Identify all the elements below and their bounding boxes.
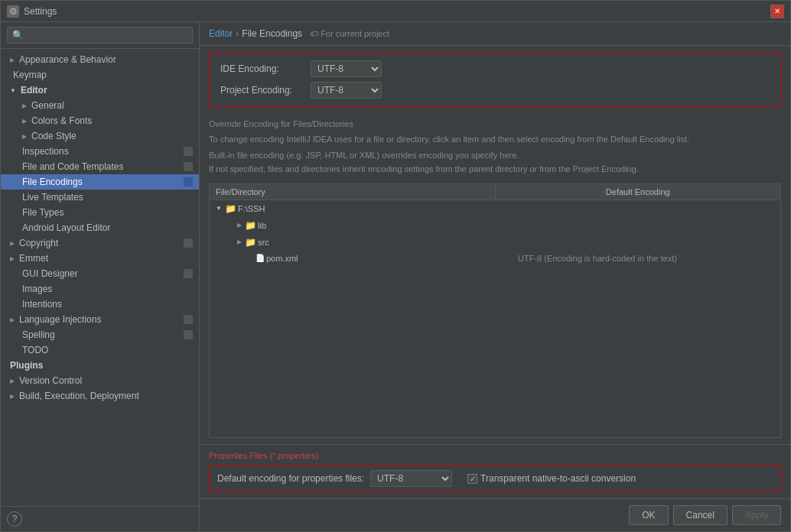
expand-icon: ▶ xyxy=(10,378,15,384)
sidebar-item-label: Live Templates xyxy=(22,192,83,203)
sidebar-item-images[interactable]: Images xyxy=(1,281,199,297)
col-default-encoding: Default Encoding xyxy=(496,184,781,200)
settings-icon xyxy=(184,177,193,187)
sidebar-item-label: General xyxy=(31,100,64,111)
search-input[interactable] xyxy=(7,27,193,44)
expand-icon: ▼ xyxy=(216,205,222,212)
bottom-buttons: OK Cancel Apply xyxy=(200,498,790,531)
col-file-directory: File/Directory xyxy=(210,184,496,200)
sidebar-item-code-style[interactable]: ▶ Code Style xyxy=(1,128,199,144)
file-name: F:\SSH xyxy=(238,204,265,213)
sidebar-item-label: Spelling xyxy=(22,329,55,340)
sidebar-item-editor[interactable]: ▼ Editor xyxy=(1,83,199,98)
table-row[interactable]: ▼ 📁 F:\SSH xyxy=(210,200,780,217)
sidebar-item-file-encodings[interactable]: File Encodings xyxy=(1,174,199,190)
sidebar-item-label: Keymap xyxy=(13,70,47,80)
checkbox-label: Transparent native-to-ascii conversion xyxy=(480,473,636,484)
ide-encoding-select[interactable]: UTF-8 UTF-16 ISO-8859-1 xyxy=(311,60,382,77)
main-content: ▶ Appearance & Behavior Keymap ▼ Editor … xyxy=(1,22,790,531)
sidebar: ▶ Appearance & Behavior Keymap ▼ Editor … xyxy=(1,22,200,531)
sidebar-item-appearance-behavior[interactable]: ▶ Appearance & Behavior xyxy=(1,52,199,67)
breadcrumb-editor[interactable]: Editor xyxy=(209,28,233,39)
settings-icon xyxy=(184,238,193,248)
sidebar-item-copyright[interactable]: ▶ Copyright xyxy=(1,235,199,251)
sidebar-bottom: ? xyxy=(1,506,199,531)
sidebar-item-label: Colors & Fonts xyxy=(31,115,92,126)
table-row[interactable]: ▶ 📁 src xyxy=(219,234,780,251)
folder-icon: 📁 xyxy=(225,203,236,214)
sidebar-item-label: Language Injections xyxy=(19,314,101,325)
properties-inner: Default encoding for properties files: U… xyxy=(209,465,781,492)
file-path-col: ▶ 📁 lib xyxy=(234,219,506,232)
ide-encoding-row: IDE Encoding: UTF-8 UTF-16 ISO-8859-1 xyxy=(220,60,770,77)
sidebar-item-label: File Encodings xyxy=(22,177,83,187)
folder-icon: 📁 xyxy=(245,237,256,248)
sidebar-item-general[interactable]: ▶ General xyxy=(1,98,199,113)
sidebar-item-todo[interactable]: TODO xyxy=(1,342,199,358)
expand-icon: ▶ xyxy=(10,240,15,247)
settings-icon xyxy=(184,269,193,278)
sidebar-item-label: GUI Designer xyxy=(22,268,78,279)
sidebar-item-live-templates[interactable]: Live Templates xyxy=(1,190,199,205)
table-row[interactable]: 📄 pom.xml UTF-8 (Encoding is hard-coded … xyxy=(228,251,780,266)
sidebar-item-colors-fonts[interactable]: ▶ Colors & Fonts xyxy=(1,113,199,128)
encoding-section: IDE Encoding: UTF-8 UTF-16 ISO-8859-1 Pr… xyxy=(209,52,781,107)
titlebar-title: ⚙ Settings xyxy=(7,5,57,18)
project-encoding-label: Project Encoding: xyxy=(220,85,304,96)
sidebar-item-label: TODO xyxy=(22,345,48,355)
sidebar-item-file-code-templates[interactable]: File and Code Templates xyxy=(1,159,199,174)
ok-button[interactable]: OK xyxy=(629,505,668,525)
sidebar-item-language-injections[interactable]: ▶ Language Injections xyxy=(1,312,199,327)
settings-icon xyxy=(184,315,193,324)
window-title: Settings xyxy=(24,6,57,17)
sidebar-item-gui-designer[interactable]: GUI Designer xyxy=(1,266,199,281)
project-encoding-select[interactable]: UTF-8 UTF-16 ISO-8859-1 xyxy=(311,82,382,99)
settings-window: ⚙ Settings ✕ ▶ Appearance & Behavior Key… xyxy=(0,0,791,532)
table-row[interactable]: ▶ 📁 lib xyxy=(219,217,780,234)
sidebar-item-build-execution-deployment[interactable]: ▶ Build, Execution, Deployment xyxy=(1,388,199,404)
expand-icon: ▶ xyxy=(22,102,27,109)
expand-icon: ▶ xyxy=(10,316,15,323)
sidebar-item-label: Build, Execution, Deployment xyxy=(19,391,139,401)
sidebar-item-android-layout-editor[interactable]: Android Layout Editor xyxy=(1,220,199,235)
close-button[interactable]: ✕ xyxy=(770,5,784,18)
override-desc1: To change encoding IntelliJ IDEA uses fo… xyxy=(209,133,781,176)
sidebar-item-version-control[interactable]: ▶ Version Control xyxy=(1,373,199,388)
sidebar-item-label: Android Layout Editor xyxy=(22,222,110,233)
sidebar-item-file-types[interactable]: File Types xyxy=(1,205,199,220)
encoding-col xyxy=(495,207,777,210)
sidebar-item-spelling[interactable]: Spelling xyxy=(1,327,199,342)
sidebar-item-label: Images xyxy=(22,284,52,294)
checkbox-area: Transparent native-to-ascii conversion xyxy=(467,473,636,484)
sidebar-item-keymap[interactable]: Keymap xyxy=(1,67,199,83)
sidebar-item-emmet[interactable]: ▶ Emmet xyxy=(1,251,199,266)
titlebar: ⚙ Settings ✕ xyxy=(1,1,790,22)
file-table-header: File/Directory Default Encoding xyxy=(210,184,780,200)
folder-icon: 📁 xyxy=(245,220,256,231)
settings-icon xyxy=(184,162,193,171)
sidebar-item-label: Appearance & Behavior xyxy=(19,54,116,65)
encoding-col xyxy=(506,224,777,227)
sidebar-item-label: Copyright xyxy=(19,238,58,248)
expand-icon: ▶ xyxy=(10,393,15,400)
help-button[interactable]: ? xyxy=(7,511,22,527)
cancel-button[interactable]: Cancel xyxy=(673,505,728,525)
sidebar-item-label: Version Control xyxy=(19,375,82,386)
breadcrumb-tag: 🏷 For current project xyxy=(310,29,389,38)
apply-button[interactable]: Apply xyxy=(732,505,781,525)
sidebar-item-label: File Types xyxy=(22,207,63,218)
expand-icon: ▶ xyxy=(237,238,242,245)
sidebar-item-inspections[interactable]: Inspections xyxy=(1,144,199,159)
file-name: lib xyxy=(258,221,266,230)
project-encoding-row: Project Encoding: UTF-8 UTF-16 ISO-8859-… xyxy=(220,82,770,99)
file-path-col: ▶ 📁 src xyxy=(234,235,506,249)
sidebar-item-plugins[interactable]: Plugins xyxy=(1,358,199,373)
sidebar-item-intentions[interactable]: Intentions xyxy=(1,297,199,312)
file-path-col: ▼ 📁 F:\SSH xyxy=(213,202,495,216)
sidebar-item-label: Emmet xyxy=(19,253,48,264)
settings-icon xyxy=(184,330,193,339)
file-table-body: ▼ 📁 F:\SSH ▶ 📁 xyxy=(210,200,780,438)
settings-app-icon: ⚙ xyxy=(7,5,19,18)
props-encoding-select[interactable]: UTF-8 ISO-8859-1 windows-1252 xyxy=(370,470,452,487)
transparency-checkbox[interactable] xyxy=(467,474,477,484)
